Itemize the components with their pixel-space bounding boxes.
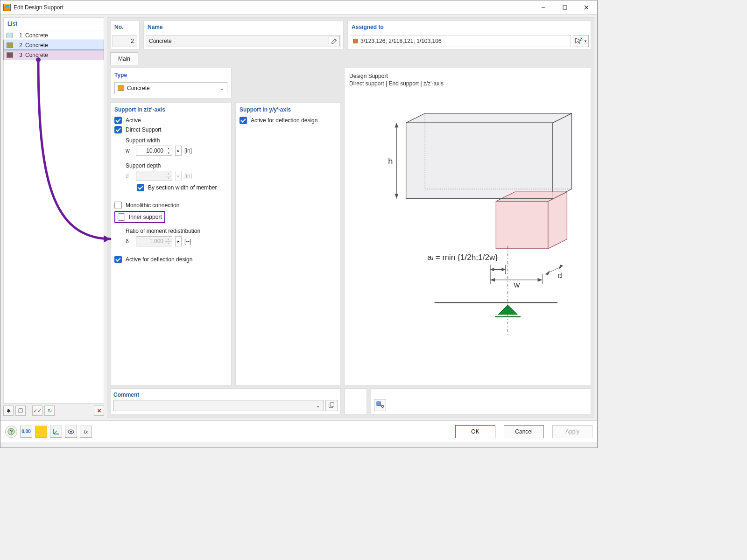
comment-stack-button[interactable] [325,400,338,411]
active-deflection-y-label: Active for deflection design [251,117,317,124]
refresh-button[interactable]: ↻ [44,406,55,416]
apply-button: Apply [552,425,592,438]
delta-more-button[interactable]: ▸ [175,236,182,246]
comment-side-box [345,388,367,414]
svg-marker-33 [545,271,550,275]
d-more-button: ▸ [175,171,182,181]
type-header: Type [114,72,227,78]
swatch-icon [7,33,13,38]
name-value: Concrete [149,38,172,44]
delete-button[interactable]: ✕ [94,406,104,416]
active-checkbox[interactable] [114,117,122,124]
comment-header: Comment [113,392,338,398]
svg-marker-13 [395,123,398,127]
titlebar: Edit Design Support [0,0,597,14]
color-button[interactable] [35,426,47,438]
dialog-footer: ? 0,00 fx OK Cancel Apply [0,420,597,442]
comment-combo[interactable]: ⌄ [113,400,324,411]
help-button[interactable]: ? [5,426,17,438]
new-item-button[interactable]: ✱ [3,406,14,416]
delta-unit: [--] [184,238,191,245]
preview-panel: Design Support Direct support | End supp… [344,68,591,385]
swatch-icon [7,42,13,48]
list-item[interactable]: 2 Concrete [4,40,104,50]
fx-button[interactable]: fx [80,426,92,438]
svg-marker-27 [490,278,495,282]
delta-symbol: δ [126,238,133,245]
axis-settings-button[interactable] [50,426,62,438]
svg-point-51 [70,431,72,433]
minimize-button[interactable] [533,0,554,14]
edit-name-button[interactable] [329,36,340,46]
check-all-button[interactable]: ✓✓ [32,406,42,416]
no-value: 2 [131,38,134,44]
svg-rect-42 [377,402,381,406]
inner-support-checkbox[interactable] [118,213,125,221]
list-item-label: Concrete [25,42,48,49]
svg-marker-9 [406,113,572,123]
svg-marker-24 [490,267,494,271]
assigned-label: Assigned to [348,21,591,33]
type-section: Type Concrete ⌄ [110,68,232,98]
copy-item-button[interactable]: ❐ [15,406,26,416]
window-title: Edit Design Support [14,4,63,11]
ratio-label: Ratio of moment redistribution [126,228,227,234]
name-field[interactable]: Concrete [146,35,341,47]
list-item-num: 1 [16,32,22,39]
svg-text:aᵢ = min {1/2h;1/2w}: aᵢ = min {1/2h;1/2w} [427,252,498,262]
view-settings-button[interactable] [374,399,386,411]
units-button[interactable]: 0,00 [20,426,32,438]
type-swatch-icon [118,85,124,91]
maximize-button[interactable] [554,0,576,14]
close-button[interactable] [576,0,597,14]
active-deflection-z-checkbox[interactable] [114,256,122,263]
tabstrip: Main [110,52,591,65]
pick-in-model-button[interactable]: ▼ [573,35,589,47]
by-section-width-label: By section width of member [148,184,217,191]
svg-text:w: w [514,280,520,289]
active-deflection-y-checkbox[interactable] [240,117,247,124]
list-item[interactable]: 1 Concrete [4,30,104,40]
list-header: List [4,18,104,30]
swatch-icon [7,52,13,58]
support-z-header: Support in z/z'-axis [114,106,227,113]
no-label: No. [111,21,139,33]
svg-marker-17 [548,192,567,249]
w-more-button[interactable]: ▸ [175,146,182,156]
type-select[interactable]: Concrete ⌄ [114,82,227,94]
type-value: Concrete [127,85,150,91]
inner-support-label: Inner support [129,214,162,220]
list-item-label: Concrete [25,52,48,58]
direct-support-checkbox[interactable] [114,126,122,133]
preview-diagram: h aᵢ = min {1/2h;1/2w} [349,92,586,380]
svg-marker-34 [558,265,563,269]
app-icon [3,4,11,11]
preview-tools-box [371,388,591,414]
spinner-icon[interactable]: ▴▾ [165,237,171,245]
delta-value: 1.000 [149,238,163,245]
support-width-input[interactable]: 10.000 ▴▾ [136,146,172,156]
svg-marker-25 [502,267,506,271]
list-item[interactable]: 3 Concrete [4,50,104,60]
svg-text:h: h [388,156,393,166]
svg-rect-1 [563,6,567,9]
spinner-icon[interactable]: ▴▾ [165,147,171,155]
cancel-button[interactable]: Cancel [504,425,544,438]
comment-section: Comment ⌄ [110,388,341,414]
ratio-input[interactable]: 1.000 ▴▾ [136,236,172,246]
ok-button[interactable]: OK [455,425,495,438]
support-z-section: Support in z/z'-axis Active Direct Suppo… [110,102,232,385]
active-label: Active [126,117,141,124]
svg-marker-14 [395,194,398,198]
svg-marker-8 [553,113,572,199]
view-button[interactable] [65,426,77,438]
svg-text:?: ? [10,429,13,434]
preview-subtitle: Direct support | End support | z/z'-axis [349,80,586,87]
monolithic-checkbox[interactable] [114,202,122,209]
tab-main[interactable]: Main [110,52,138,65]
list-toolbar: ✱ ❐ ✓✓ ↻ ✕ [3,404,104,418]
by-section-width-checkbox[interactable] [137,184,144,191]
list-item-label: Concrete [25,32,48,39]
no-field[interactable]: 2 [113,35,137,47]
assigned-field[interactable]: 3/123,126; 2/118,121; 1/103,106 [350,35,571,47]
